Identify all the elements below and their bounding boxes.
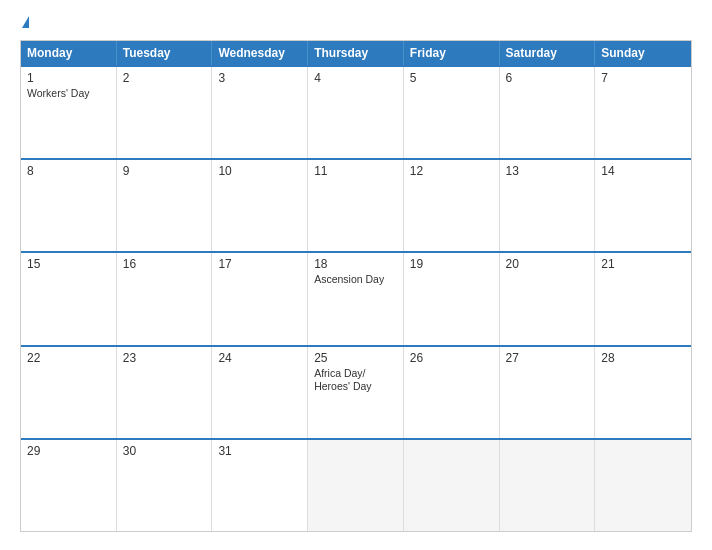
calendar-cell: 10 [212, 160, 308, 251]
calendar-cell: 3 [212, 67, 308, 158]
calendar-cell: 1Workers' Day [21, 67, 117, 158]
calendar-cell [595, 440, 691, 531]
calendar-cell: 27 [500, 347, 596, 438]
weekday-header-sunday: Sunday [595, 41, 691, 65]
weekday-header-monday: Monday [21, 41, 117, 65]
calendar-cell: 8 [21, 160, 117, 251]
calendar-cell: 4 [308, 67, 404, 158]
day-number: 1 [27, 71, 110, 85]
calendar-cell [404, 440, 500, 531]
calendar-week-4: 22232425Africa Day/ Heroes' Day262728 [21, 345, 691, 438]
day-number: 2 [123, 71, 206, 85]
day-number: 18 [314, 257, 397, 271]
day-number: 29 [27, 444, 110, 458]
day-number: 5 [410, 71, 493, 85]
weekday-header-wednesday: Wednesday [212, 41, 308, 65]
calendar-cell: 18Ascension Day [308, 253, 404, 344]
calendar-cell: 9 [117, 160, 213, 251]
page: MondayTuesdayWednesdayThursdayFridaySatu… [0, 0, 712, 550]
calendar-body: 1Workers' Day23456789101112131415161718A… [21, 65, 691, 531]
day-number: 20 [506, 257, 589, 271]
weekday-header-friday: Friday [404, 41, 500, 65]
calendar-cell: 7 [595, 67, 691, 158]
day-number: 15 [27, 257, 110, 271]
weekday-header-saturday: Saturday [500, 41, 596, 65]
calendar-cell: 28 [595, 347, 691, 438]
calendar-cell: 14 [595, 160, 691, 251]
calendar-cell: 26 [404, 347, 500, 438]
holiday-label: Africa Day/ Heroes' Day [314, 367, 397, 394]
day-number: 27 [506, 351, 589, 365]
calendar-cell: 20 [500, 253, 596, 344]
logo [20, 18, 100, 28]
day-number: 26 [410, 351, 493, 365]
calendar-cell: 25Africa Day/ Heroes' Day [308, 347, 404, 438]
calendar-cell: 24 [212, 347, 308, 438]
day-number: 9 [123, 164, 206, 178]
calendar-week-2: 891011121314 [21, 158, 691, 251]
calendar-cell: 29 [21, 440, 117, 531]
day-number: 7 [601, 71, 685, 85]
calendar: MondayTuesdayWednesdayThursdayFridaySatu… [20, 40, 692, 532]
calendar-week-1: 1Workers' Day234567 [21, 65, 691, 158]
logo-line1 [20, 18, 29, 30]
holiday-label: Ascension Day [314, 273, 397, 287]
weekday-header-thursday: Thursday [308, 41, 404, 65]
day-number: 4 [314, 71, 397, 85]
day-number: 16 [123, 257, 206, 271]
calendar-cell [500, 440, 596, 531]
day-number: 6 [506, 71, 589, 85]
calendar-header: MondayTuesdayWednesdayThursdayFridaySatu… [21, 41, 691, 65]
weekday-header-tuesday: Tuesday [117, 41, 213, 65]
day-number: 31 [218, 444, 301, 458]
calendar-cell: 16 [117, 253, 213, 344]
day-number: 30 [123, 444, 206, 458]
calendar-cell: 2 [117, 67, 213, 158]
day-number: 3 [218, 71, 301, 85]
calendar-cell: 11 [308, 160, 404, 251]
calendar-week-5: 293031 [21, 438, 691, 531]
day-number: 8 [27, 164, 110, 178]
header [20, 18, 692, 28]
day-number: 10 [218, 164, 301, 178]
calendar-cell: 22 [21, 347, 117, 438]
day-number: 12 [410, 164, 493, 178]
day-number: 21 [601, 257, 685, 271]
calendar-cell: 31 [212, 440, 308, 531]
calendar-cell: 15 [21, 253, 117, 344]
holiday-label: Workers' Day [27, 87, 110, 101]
day-number: 17 [218, 257, 301, 271]
day-number: 19 [410, 257, 493, 271]
calendar-cell [308, 440, 404, 531]
day-number: 14 [601, 164, 685, 178]
day-number: 22 [27, 351, 110, 365]
logo-triangle-icon [22, 16, 29, 28]
calendar-cell: 30 [117, 440, 213, 531]
calendar-cell: 23 [117, 347, 213, 438]
calendar-cell: 5 [404, 67, 500, 158]
day-number: 24 [218, 351, 301, 365]
day-number: 13 [506, 164, 589, 178]
calendar-cell: 12 [404, 160, 500, 251]
calendar-cell: 17 [212, 253, 308, 344]
day-number: 25 [314, 351, 397, 365]
calendar-cell: 21 [595, 253, 691, 344]
day-number: 23 [123, 351, 206, 365]
day-number: 11 [314, 164, 397, 178]
calendar-week-3: 15161718Ascension Day192021 [21, 251, 691, 344]
calendar-cell: 6 [500, 67, 596, 158]
day-number: 28 [601, 351, 685, 365]
calendar-cell: 13 [500, 160, 596, 251]
calendar-cell: 19 [404, 253, 500, 344]
